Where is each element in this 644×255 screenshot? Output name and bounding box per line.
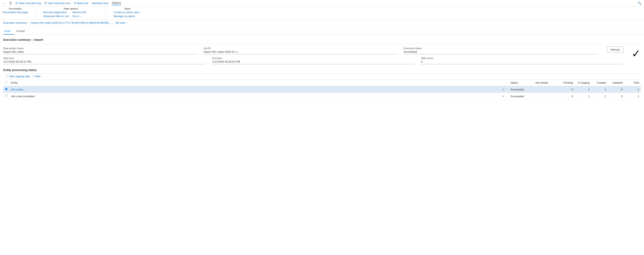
back-button[interactable]: ←: [2, 2, 6, 5]
ribbon-page-options-title: Page options: [43, 8, 98, 10]
row-staging-cell: 1: [575, 93, 591, 100]
row-updated-cell: 0: [608, 93, 624, 100]
with-errors-field: With errors: 0: [421, 57, 624, 64]
col-header-entity: Entity: [9, 79, 500, 86]
search-icon[interactable]: 🔍: [638, 1, 642, 5]
filter-chevron-icon: ⌄: [42, 75, 43, 78]
col-header-updated: Updated: [608, 79, 624, 86]
ribbon-group-personalize: Personalize Personalize this page: [2, 8, 28, 18]
col-header-status: Status: [509, 79, 534, 86]
entity-toolbar: 📄 View staging data ▿ Filter ⌄: [3, 73, 641, 79]
ribbon-personalize-title: Personalize: [2, 8, 28, 10]
list-icon: ☰: [15, 2, 18, 5]
entity-processing-title: Entity processing status: [3, 68, 641, 72]
row-radio-1[interactable]: [5, 94, 8, 97]
row-entity-cell: Info code translation: [9, 93, 500, 100]
row-status-cell: Succeeded: [509, 93, 534, 100]
row-checkmark-icon-1: ✓: [502, 94, 505, 98]
col-header-created: Created: [591, 79, 608, 86]
row-status-cell: Succeeded: [509, 86, 534, 93]
breadcrumb: Execution summary | Import info codes-20…: [0, 20, 644, 26]
row-entity-cell: Info codes: [9, 86, 500, 93]
row-check-cell: ✓: [500, 86, 509, 93]
menu-icon[interactable]: ☰: [9, 1, 12, 5]
list-icon-2: ☰: [44, 2, 46, 5]
start-time-field: Start time 1/17/2025 05:45:21 PM: [3, 57, 206, 64]
breadcrumb-sep-1: |: [28, 21, 29, 24]
job-id-field: Job ID Import info codes-2025-01-1...: [203, 47, 397, 54]
ribbon-group-page-options: Page options Security diagnostics Record…: [43, 8, 98, 18]
execution-status-field: Execution status Succeeded: [404, 47, 597, 54]
row-job-details-cell: [534, 86, 558, 93]
list-icon-3: ☰: [74, 2, 76, 5]
col-header-select: [3, 79, 9, 86]
nav-options[interactable]: Options: [112, 1, 121, 5]
col-header-job-details: Job details: [534, 79, 558, 86]
entity-link-0[interactable]: Info codes: [11, 88, 23, 91]
table-header-row: Entity Status Job details Pending In sta…: [3, 79, 641, 86]
record-info-btn[interactable]: Record info: [72, 11, 98, 14]
row-total-cell: 1: [624, 93, 641, 100]
nav-view-execution-log[interactable]: ☰ View execution log: [15, 2, 41, 5]
col-header-pending: Pending: [558, 79, 575, 86]
table-row: Info codes ✓ Succeeded 0 1 1 0 1: [3, 86, 641, 93]
breadcrumb-import-job[interactable]: Import info codes-2025-01-17T17:45:06-F0…: [31, 21, 112, 24]
row-job-details-cell: [534, 93, 558, 100]
go-to-chevron-icon: ⌄: [80, 15, 82, 17]
checkmark-icon: ✓: [632, 48, 641, 59]
breadcrumb-sep-2: |: [113, 21, 114, 24]
entity-table: Entity Status Job details Pending In sta…: [3, 79, 641, 100]
entity-processing-section: Entity processing status 📄 View staging …: [3, 68, 641, 100]
row-total-cell: 1: [624, 86, 641, 93]
col-header-in-staging: In staging: [575, 79, 591, 86]
header-radio[interactable]: [5, 81, 8, 84]
end-time-field: End time 1/17/2025 05:45:52 PM: [212, 57, 414, 64]
top-nav: ← ☰ ☰ View execution log ☰ View historic…: [0, 0, 644, 6]
ribbon-share-title: Share: [114, 8, 142, 10]
nav-batch-job[interactable]: ☰ Batch job: [74, 2, 88, 5]
data-project-name-field: Data project name Import info codes: [3, 47, 197, 54]
go-to-btn[interactable]: Go to ⌄: [72, 14, 98, 18]
row-pending-cell: 0: [558, 93, 575, 100]
execution-summary-title: Execution summary :: Import: [3, 38, 641, 42]
success-checkmark: ✓: [632, 46, 641, 59]
row-checkmark-icon-0: ✓: [502, 88, 505, 91]
tabs-container: Lines Header: [0, 28, 644, 35]
col-header-total: Total: [624, 79, 641, 86]
row-pending-cell: 0: [558, 86, 575, 93]
ribbon-group-share: Share Create a custom alert ⌄ Manage my …: [114, 8, 142, 18]
personalize-this-page-btn[interactable]: Personalize this page: [2, 11, 28, 14]
execution-summary-section: Execution summary :: Import Data project…: [3, 38, 641, 64]
filter-icon: ▿: [32, 75, 34, 78]
row-radio-cell[interactable]: [3, 86, 9, 93]
tab-header[interactable]: Header: [16, 28, 28, 34]
row-check-cell: ✓: [500, 93, 509, 100]
security-diagnostics-btn[interactable]: Security diagnostics: [43, 11, 69, 14]
nav-view-historical-runs[interactable]: ☰ View historical runs: [44, 2, 70, 5]
view-chevron-icon: ⌄: [126, 22, 127, 24]
row-created-cell: 1: [591, 86, 608, 93]
row-radio-cell[interactable]: [3, 93, 9, 100]
create-alert-chevron-icon: ⌄: [140, 11, 142, 14]
tab-lines[interactable]: Lines: [3, 28, 14, 34]
row-staging-cell: 1: [575, 86, 591, 93]
breadcrumb-view-selector[interactable]: My view ⌄: [116, 21, 127, 24]
advanced-filter-btn[interactable]: Advanced filter or sort: [43, 14, 69, 18]
col-header-check: [500, 79, 509, 86]
main-content: Execution summary :: Import Data project…: [0, 35, 644, 103]
refresh-button[interactable]: Refresh: [607, 46, 624, 53]
staging-data-icon: 📄: [5, 75, 8, 78]
row-updated-cell: 0: [608, 86, 624, 93]
table-row: Info code translation ✓ Succeeded 0 1 1 …: [3, 93, 641, 100]
manage-alerts-btn[interactable]: Manage my alerts: [114, 14, 142, 18]
ribbon: Personalize Personalize this page Page o…: [0, 6, 644, 20]
entity-name-1: Info code translation: [11, 95, 35, 98]
row-created-cell: 1: [591, 93, 608, 100]
row-radio-0[interactable]: [5, 88, 8, 90]
nav-standard-view[interactable]: Standard view: [92, 2, 108, 5]
filter-btn[interactable]: ▿ Filter ⌄: [32, 75, 43, 78]
view-staging-data-btn[interactable]: 📄 View staging data: [5, 75, 30, 78]
create-custom-alert-btn[interactable]: Create a custom alert ⌄: [114, 11, 142, 14]
breadcrumb-execution-summary[interactable]: Execution summary: [3, 21, 27, 24]
